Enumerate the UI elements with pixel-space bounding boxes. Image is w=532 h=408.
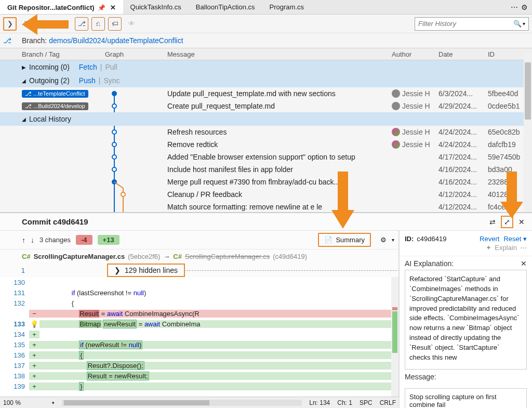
scrollbar-horizontal[interactable] <box>62 400 302 406</box>
commit-row[interactable]: Cleanup / PR feedback 4/12/2024...401283… <box>0 188 532 201</box>
more-icon[interactable]: ⋯ <box>511 3 518 11</box>
ai-explanation-pane: ID: c49d6419 Revert Reset ▾ ✦ Explain ⋯ … <box>399 231 532 408</box>
nav-back-button[interactable]: ❯ <box>3 17 17 31</box>
status-spc: SPC <box>360 399 373 406</box>
commit-date: 6/3/2024... <box>438 89 488 98</box>
chevron-right-icon: ▶ <box>22 64 26 70</box>
search-icon[interactable]: 🔍 <box>513 20 522 28</box>
gear-icon[interactable]: ⚙ <box>380 236 387 244</box>
svg-point-17 <box>121 192 125 196</box>
chevron-down-icon[interactable]: ▾ <box>523 21 525 27</box>
status-ch: Ch: 1 <box>337 399 352 406</box>
scrollbar-vertical[interactable] <box>524 52 532 213</box>
commit-row[interactable]: Include host manifest files in app folde… <box>0 163 532 176</box>
local-commits-area: Refresh resources Jessie H 4/24/2024... … <box>0 126 532 214</box>
deletions-badge: -4 <box>76 235 92 245</box>
commit-author: Jessie H <box>392 102 438 110</box>
pull-link[interactable]: Pull <box>105 63 117 71</box>
id-label: ID: <box>405 235 414 243</box>
commit-date: 4/24/2024... <box>438 140 488 149</box>
commit-row[interactable]: Remove redtick Jessie H 4/24/2024... daf… <box>0 138 532 151</box>
show-first-branch-line-button[interactable]: ⎌ <box>91 17 105 31</box>
tab-git-repository[interactable]: Git Repositor...lateConflict) 📌 ✕ <box>0 0 123 14</box>
changes-count: 3 changes <box>39 236 71 244</box>
close-icon[interactable]: ✕ <box>516 217 527 227</box>
next-change-button[interactable]: ↓ <box>31 236 34 244</box>
commit-row[interactable]: Refresh resources Jessie H 4/24/2024... … <box>0 126 532 138</box>
line-number: 135 <box>0 341 29 349</box>
commit-row[interactable]: ⎇ ...Build2024/develop Create pull_reque… <box>0 100 532 112</box>
ai-explanation-section: AI Explanation: ✕ Refactored `StartCaptu… <box>400 256 532 373</box>
tab-file-2[interactable]: BalloonTipAction.cs <box>189 0 262 14</box>
more-icon[interactable]: ⋯ <box>520 244 527 252</box>
filter-history-input[interactable] <box>418 20 513 28</box>
chevron-right-icon: ❯ <box>114 266 121 274</box>
close-icon[interactable]: ✕ <box>521 259 527 268</box>
gear-icon[interactable]: ⚙ <box>521 3 528 11</box>
revert-link[interactable]: Revert <box>480 235 499 243</box>
commit-row[interactable]: Merge pull request #7390 from flmbray/ad… <box>0 176 532 188</box>
branch-badge[interactable]: ⎇ ...Build2024/develop <box>22 102 88 110</box>
minimap[interactable] <box>391 277 398 408</box>
diff-layout-icon[interactable]: ⇄ <box>487 217 498 227</box>
close-icon[interactable]: ✕ <box>110 4 116 11</box>
branch-badge[interactable]: ⎇ ...teTemplateConflict <box>22 90 88 98</box>
line-number: 130 <box>0 279 29 286</box>
refresh-button[interactable]: ↻ <box>20 17 33 31</box>
tab-file-3[interactable]: Program.cs <box>262 0 311 14</box>
summary-button[interactable]: 📄 Summary <box>318 233 371 247</box>
outgoing-section[interactable]: ◢ Outgoing (2) Push | Sync <box>0 74 532 87</box>
commit-row[interactable]: Match source formatting: remove newline … <box>0 201 532 213</box>
push-link[interactable]: Push <box>79 76 96 85</box>
col-author[interactable]: Author <box>392 50 438 58</box>
col-branch[interactable]: Branch / Tag <box>22 50 105 58</box>
zoom-level[interactable]: 100 % <box>3 399 45 406</box>
col-date[interactable]: Date <box>438 50 488 58</box>
ai-explanation-text: Refactored `StartCapture` and `CombineIm… <box>405 270 527 370</box>
reset-link[interactable]: Reset ▾ <box>503 235 527 243</box>
scrollbar-thumb[interactable] <box>64 400 209 405</box>
pin-icon[interactable]: 📌 <box>98 4 105 11</box>
chevron-down-icon[interactable]: ▾ <box>52 400 55 405</box>
hide-button[interactable]: 👁 <box>125 17 138 31</box>
branches-icon[interactable]: ⎇ <box>3 36 11 45</box>
tab-file-1[interactable]: QuickTaskInfo.cs <box>123 0 189 14</box>
local-branches-button[interactable]: ⎇ <box>36 17 50 31</box>
prev-change-button[interactable]: ↑ <box>22 236 25 244</box>
tabs-overflow-actions: ⋯ ⚙ <box>511 0 532 14</box>
expand-button[interactable]: ⤢ <box>501 216 513 228</box>
col-message[interactable]: Message <box>167 50 392 58</box>
document-icon: 📄 <box>324 236 332 244</box>
document-tabs: Git Repositor...lateConflict) 📌 ✕ QuickT… <box>0 0 532 15</box>
chevron-down-icon[interactable]: ▾ <box>392 237 394 243</box>
commit-date: 4/12/2024... <box>438 190 488 199</box>
all-branches-button[interactable]: ⎇ <box>58 17 72 31</box>
filter-history-box[interactable]: 🔍 ▾ <box>415 17 529 31</box>
fetch-link[interactable]: Fetch <box>79 63 97 71</box>
tab-label: Program.cs <box>270 3 304 11</box>
commit-date: 4/29/2024... <box>438 102 488 110</box>
commit-row[interactable]: Added "Enable browser extension support"… <box>0 151 532 163</box>
scrollbar-thumb[interactable] <box>525 62 531 120</box>
show-graph-button[interactable]: ⎇ <box>75 17 88 31</box>
tags-button[interactable]: 🏷 <box>108 17 122 31</box>
sync-link[interactable]: Sync <box>103 76 119 85</box>
incoming-section[interactable]: ▶ Incoming (0) Fetch | Pull <box>0 60 532 74</box>
diff-pane: ↑ ↓ 3 changes -4 +13 📄 Summary ⚙ ▾ C# Sc… <box>0 231 399 408</box>
summary-label: Summary <box>336 236 365 244</box>
history-toolbar: ❯ ↻ ⎇ ⎇ ⎇ ⎌ 🏷 👁 🔍 ▾ <box>0 15 532 33</box>
col-graph[interactable]: Graph <box>105 50 167 58</box>
explain-link[interactable]: Explain <box>495 244 517 252</box>
code-area[interactable]: 130 131 if (lastScreenshot != null) 132 … <box>0 277 398 408</box>
hidden-lines-toggle[interactable]: ❯ 129 hidden lines <box>107 264 185 277</box>
local-history-section[interactable]: ◢ Local History <box>0 112 532 126</box>
commit-message: Refresh resources <box>167 128 392 136</box>
svg-point-5 <box>112 130 116 134</box>
commit-date: 4/17/2024... <box>438 153 488 161</box>
commit-detail-panel: Commit c49d6419 ⇄ ⤢ ✕ ↑ ↓ 3 changes -4 +… <box>0 212 532 408</box>
avatar <box>392 102 400 110</box>
branch-name-link[interactable]: demos/Build2024/updateTemplateConflict <box>49 36 183 45</box>
commit-row[interactable]: ⎇ ...teTemplateConflict Update pull_requ… <box>0 87 532 100</box>
csharp-icon: C# <box>173 253 182 260</box>
commit-message: Update pull_request_template.md with new… <box>167 89 392 98</box>
